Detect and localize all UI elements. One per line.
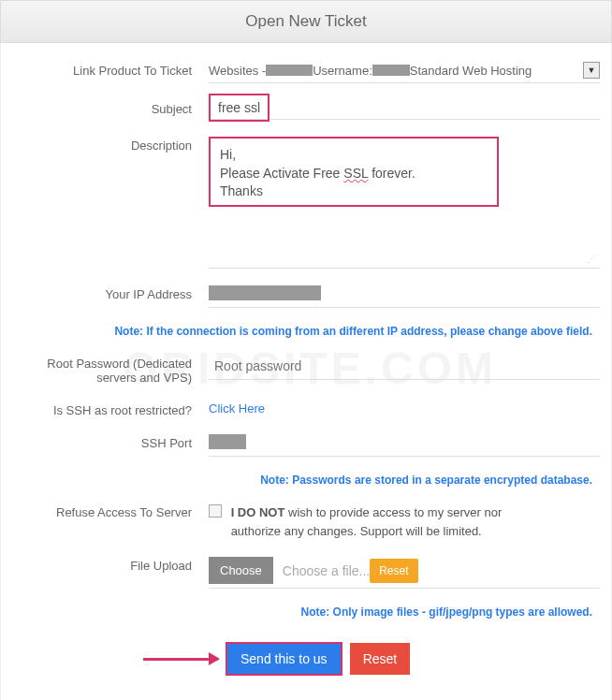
note-pw: Note: Passwords are stored in a separate…	[12, 474, 600, 487]
root-password-input[interactable]	[209, 355, 600, 380]
product-suffix: Standard Web Hosting	[410, 64, 532, 78]
desc-line2: Please Activate Free SSL forever.	[220, 165, 488, 183]
redacted-port	[209, 434, 246, 449]
ip-input[interactable]	[209, 285, 600, 308]
label-subject: Subject	[12, 100, 209, 120]
label-link-product: Link Product To Ticket	[12, 62, 209, 83]
refuse-checkbox[interactable]	[209, 504, 222, 518]
desc-line1: Hi,	[220, 146, 488, 165]
arrow-annotation	[143, 658, 218, 661]
desc-line3: Thanks	[220, 182, 488, 201]
label-file-upload: File Upload	[12, 557, 209, 589]
page-header: Open New Ticket	[0, 0, 612, 43]
action-row: Send this to us Reset	[12, 642, 600, 676]
chevron-down-icon[interactable]: ▼	[583, 62, 600, 79]
product-dropdown[interactable]: Websites - Username: Standard Web Hostin…	[209, 62, 600, 83]
refuse-text: I DO NOT wish to provide access to my se…	[231, 503, 549, 540]
ssh-click-here-link[interactable]: Click Here	[209, 401, 265, 416]
label-description: Description	[12, 137, 209, 269]
reset-file-button[interactable]: Reset	[370, 559, 417, 583]
resize-handle-icon[interactable]: ⋰	[209, 254, 600, 269]
redacted-domain	[266, 65, 313, 76]
label-ssh-restricted: Is SSH as root restricted?	[12, 401, 209, 417]
label-ip: Your IP Address	[12, 285, 209, 308]
label-ssh-port: SSH Port	[12, 434, 209, 457]
choose-file-button[interactable]: Choose	[209, 557, 273, 584]
send-button[interactable]: Send this to us	[226, 642, 342, 676]
description-textarea[interactable]: Hi, Please Activate Free SSL forever. Th…	[209, 137, 499, 207]
note-file: Note: Only image files - gif/jpeg/png ty…	[12, 605, 600, 619]
redacted-ip	[209, 285, 321, 300]
label-refuse: Refuse Access To Server	[12, 503, 209, 540]
note-ip: Note: If the connection is coming from a…	[12, 325, 600, 338]
ssh-port-input[interactable]	[209, 434, 600, 457]
product-prefix: Websites -	[209, 64, 266, 78]
reset-form-button[interactable]: Reset	[350, 643, 411, 675]
label-root-pw: Root Password (Dedicated servers and VPS…	[12, 355, 209, 385]
ticket-form: ORIDSITE.COM Link Product To Ticket Webs…	[0, 43, 612, 700]
file-placeholder: Choose a file...	[273, 563, 370, 578]
product-mid: Username:	[313, 64, 372, 78]
subject-input[interactable]: free ssl	[209, 94, 270, 122]
redacted-username	[372, 65, 410, 76]
page-title: Open New Ticket	[245, 12, 366, 30]
